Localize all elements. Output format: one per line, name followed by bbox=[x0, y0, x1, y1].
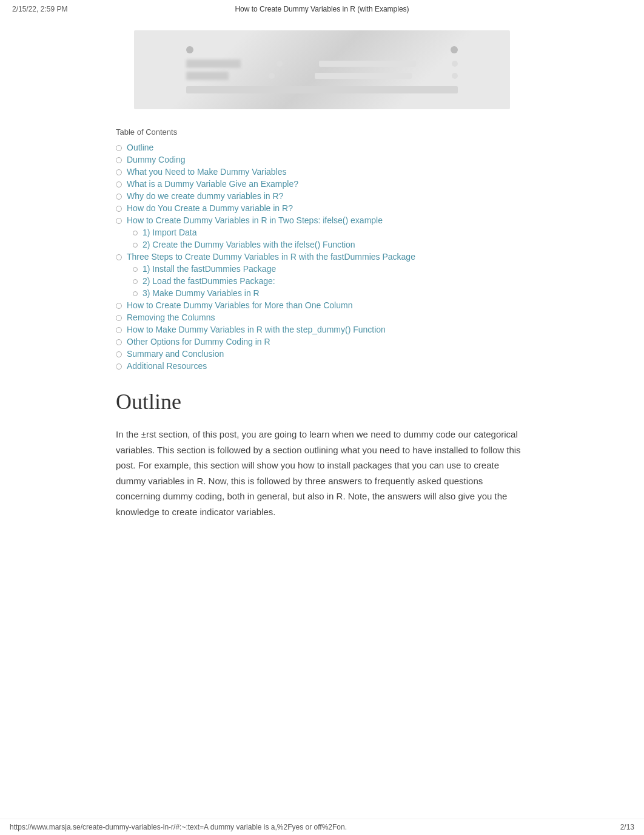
toc-link-load[interactable]: 2) Load the fastDummies Package: bbox=[143, 276, 275, 286]
toc-item-summary[interactable]: Summary and Conclusion bbox=[116, 349, 528, 359]
footer-url: https://www.marsja.se/create-dummy-varia… bbox=[10, 823, 347, 831]
toc-item-additional[interactable]: Additional Resources bbox=[116, 361, 528, 371]
toc-link-outline[interactable]: Outline bbox=[127, 143, 153, 152]
toc-bullet bbox=[116, 145, 122, 151]
toc-bullet-sub bbox=[133, 231, 138, 235]
toc-bullet bbox=[116, 169, 122, 175]
toc-item-step-dummy[interactable]: How to Make Dummy Variables in R with th… bbox=[116, 325, 528, 334]
toc-link-what-is[interactable]: What is a Dummy Variable Give an Example… bbox=[127, 179, 298, 189]
data-image bbox=[134, 30, 510, 109]
outline-section: Outline In the ±rst section, of this pos… bbox=[116, 389, 528, 519]
toc-item-what-you-need[interactable]: What you Need to Make Dummy Variables bbox=[116, 167, 528, 177]
main-content: Table of Contents Outline Dummy Coding W… bbox=[104, 18, 540, 556]
toc-bullet bbox=[116, 315, 122, 321]
timestamp: 2/15/22, 2:59 PM bbox=[12, 5, 67, 13]
toc-bullet bbox=[116, 254, 122, 260]
toc-item-outline[interactable]: Outline bbox=[116, 143, 528, 152]
toc-link-what-you-need[interactable]: What you Need to Make Dummy Variables bbox=[127, 167, 287, 177]
toc-item-make-dummy[interactable]: 3) Make Dummy Variables in R bbox=[116, 288, 528, 298]
toc-item-ifelse[interactable]: How to Create Dummy Variables in R in Tw… bbox=[116, 215, 528, 225]
toc-item-install[interactable]: 1) Install the fastDummies Package bbox=[116, 264, 528, 274]
toc-item-import-data[interactable]: 1) Import Data bbox=[116, 228, 528, 237]
toc-link-make-dummy[interactable]: 3) Make Dummy Variables in R bbox=[143, 288, 260, 298]
footer-page: 2/13 bbox=[620, 823, 634, 831]
toc-link-additional[interactable]: Additional Resources bbox=[127, 361, 207, 371]
toc-item-load[interactable]: 2) Load the fastDummies Package: bbox=[116, 276, 528, 286]
toc-bullet bbox=[116, 181, 122, 188]
toc-item-other-options[interactable]: Other Options for Dummy Coding in R bbox=[116, 337, 528, 347]
toc-bullet-sub bbox=[133, 243, 138, 248]
toc-title: Table of Contents bbox=[116, 127, 528, 137]
toc-bullet bbox=[116, 218, 122, 224]
toc-item-removing[interactable]: Removing the Columns bbox=[116, 313, 528, 322]
toc-item-more-than-one[interactable]: How to Create Dummy Variables for More t… bbox=[116, 300, 528, 310]
toc-link-more-than-one[interactable]: How to Create Dummy Variables for More t… bbox=[127, 300, 352, 310]
toc-link-how-create[interactable]: How do You Create a Dummy variable in R? bbox=[127, 203, 293, 213]
toc-bullet-sub bbox=[133, 291, 138, 296]
toc-bullet bbox=[116, 363, 122, 370]
toc-link-removing[interactable]: Removing the Columns bbox=[127, 313, 215, 322]
toc-section: Table of Contents Outline Dummy Coding W… bbox=[116, 127, 528, 371]
toc-bullet-sub bbox=[133, 267, 138, 272]
toc-link-import-data[interactable]: 1) Import Data bbox=[143, 228, 196, 237]
page-title: How to Create Dummy Variables in R (with… bbox=[235, 5, 409, 13]
toc-item-three-steps[interactable]: Three Steps to Create Dummy Variables in… bbox=[116, 252, 528, 262]
outline-body: In the ±rst section, of this post, you a… bbox=[116, 427, 528, 519]
toc-bullet bbox=[116, 303, 122, 309]
footer-bar: https://www.marsja.se/create-dummy-varia… bbox=[0, 819, 644, 835]
toc-link-summary[interactable]: Summary and Conclusion bbox=[127, 349, 224, 359]
toc-bullet bbox=[116, 194, 122, 200]
toc-bullet bbox=[116, 327, 122, 333]
toc-bullet bbox=[116, 206, 122, 212]
toc-item-how-create[interactable]: How do You Create a Dummy variable in R? bbox=[116, 203, 528, 213]
toc-bullet bbox=[116, 351, 122, 357]
toc-link-dummy-coding[interactable]: Dummy Coding bbox=[127, 155, 185, 164]
toc-item-create-ifelse[interactable]: 2) Create the Dummy Variables with the i… bbox=[116, 240, 528, 249]
toc-link-step-dummy[interactable]: How to Make Dummy Variables in R with th… bbox=[127, 325, 386, 334]
toc-link-three-steps[interactable]: Three Steps to Create Dummy Variables in… bbox=[127, 252, 415, 262]
browser-bar: 2/15/22, 2:59 PM How to Create Dummy Var… bbox=[0, 0, 644, 18]
toc-link-install[interactable]: 1) Install the fastDummies Package bbox=[143, 264, 276, 274]
toc-bullet-sub bbox=[133, 279, 138, 284]
toc-item-why[interactable]: Why do we create dummy variables in R? bbox=[116, 191, 528, 201]
toc-link-why[interactable]: Why do we create dummy variables in R? bbox=[127, 191, 283, 201]
outline-heading: Outline bbox=[116, 389, 528, 414]
toc-item-what-is[interactable]: What is a Dummy Variable Give an Example… bbox=[116, 179, 528, 189]
toc-bullet bbox=[116, 157, 122, 163]
toc-link-other-options[interactable]: Other Options for Dummy Coding in R bbox=[127, 337, 270, 347]
toc-link-ifelse[interactable]: How to Create Dummy Variables in R in Tw… bbox=[127, 215, 383, 225]
toc-item-dummy-coding[interactable]: Dummy Coding bbox=[116, 155, 528, 164]
toc-bullet bbox=[116, 339, 122, 345]
toc-link-create-ifelse[interactable]: 2) Create the Dummy Variables with the i… bbox=[143, 240, 355, 249]
